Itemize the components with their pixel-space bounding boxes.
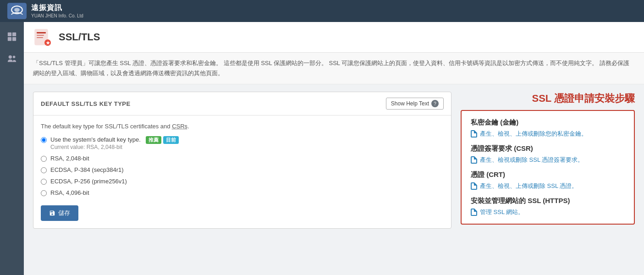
radio-rsa4096-label[interactable]: RSA, 4,096-bit [50,189,89,196]
key-type-body: The default key type for SSL/TLS certifi… [33,116,451,228]
step-section-csr: 憑證簽署要求 (CSR) 產生、檢視或刪除 SSL 憑證簽署要求。 [471,144,625,164]
save-icon [49,210,55,216]
svg-point-7 [9,55,12,59]
csr-link: CSRs [172,123,187,130]
svg-text:★: ★ [46,40,50,45]
svg-rect-11 [37,35,44,36]
page-title: SSL/TLS [59,31,100,43]
svg-rect-6 [12,37,16,41]
radio-ecdsa256[interactable] [41,179,47,185]
page-icon: ★ [33,28,52,47]
step-section-title-2: 憑證簽署要求 (CSR) [471,144,625,153]
radio-item-rsa2048: RSA, 2,048-bit [41,155,444,162]
radio-ecdsa256-label[interactable]: ECDSA, P-256 (prime256v1) [50,178,127,185]
svg-rect-3 [8,33,11,36]
key-type-header: DEFAULT SSL/TLS KEY TYPE Show Help Text … [33,92,451,116]
sidebar [0,22,24,275]
radio-default-label[interactable]: Use the system's default key type. 推薦 目前… [50,136,179,150]
content-area: ★ SSL/TLS 「SSL/TLS 管理員」可讓您產生 SSL 憑證、憑證簽署… [24,22,644,275]
doc-icon-2 [471,156,477,164]
logo-text: 遠振資訊 YUAN JHEN Info. Co. Ltd [31,3,83,19]
steps-box: 私密金鑰 (金鑰) 產生、檢視、上傳或刪除您的私密金鑰。 憑證簽署要求 (CSR… [461,110,635,225]
svg-rect-12 [37,37,43,38]
step-section-title-3: 憑證 (CRT) [471,170,625,179]
key-type-description: The default key type for SSL/TLS certifi… [41,123,444,130]
doc-icon-4 [471,209,477,216]
grid-icon [7,32,17,42]
show-help-button[interactable]: Show Help Text ? [386,98,444,110]
step-section-private-key: 私密金鑰 (金鑰) 產生、檢視、上傳或刪除您的私密金鑰。 [471,118,625,138]
steps-title: SSL 憑證申請安裝步驟 [461,92,635,105]
key-type-section-title: DEFAULT SSL/TLS KEY TYPE [41,100,131,107]
users-icon [7,54,17,64]
logo-icon [7,3,27,19]
help-circle-icon: ? [431,100,439,107]
doc-icon-1 [471,130,477,138]
step-link-1[interactable]: 產生、檢視、上傳或刪除您的私密金鑰。 [471,130,625,138]
doc-icon-3 [471,182,477,190]
radio-item-default: Use the system's default key type. 推薦 目前… [41,136,444,150]
svg-rect-4 [12,33,16,36]
radio-rsa4096[interactable] [41,190,47,196]
badge-recommended: 推薦 [146,136,161,144]
key-type-box: DEFAULT SSL/TLS KEY TYPE Show Help Text … [33,92,451,229]
radio-ecdsa384[interactable] [41,167,47,173]
svg-point-8 [13,56,16,59]
badge-current: 目前 [163,136,179,144]
svg-point-2 [14,8,20,11]
radio-rsa2048-label[interactable]: RSA, 2,048-bit [50,155,89,162]
radio-item-ecdsa256: ECDSA, P-256 (prime256v1) [41,178,444,185]
step-section-https: 安裝並管理網站的 SSL (HTTPS) 管理 SSL 網站。 [471,197,625,216]
radio-ecdsa384-label[interactable]: ECDSA, P-384 (secp384r1) [50,166,124,173]
svg-rect-5 [8,37,11,41]
right-panel: SSL 憑證申請安裝步驟 私密金鑰 (金鑰) 產生、檢視、上傳或刪除您的私密金鑰… [461,92,635,225]
sidebar-item-users[interactable] [3,50,21,68]
step-link-3[interactable]: 產生、檢視、上傳或刪除 SSL 憑證。 [471,182,625,190]
badge-group: 推薦 目前 [146,136,179,144]
page-description: 「SSL/TLS 管理員」可讓您產生 SSL 憑證、憑證簽署要求和私密金鑰。 這… [24,53,644,84]
radio-group: Use the system's default key type. 推薦 目前… [41,136,444,196]
save-button[interactable]: 儲存 [41,205,78,221]
radio-item-rsa4096: RSA, 4,096-bit [41,189,444,196]
radio-default[interactable] [41,137,47,143]
step-link-4[interactable]: 管理 SSL 網站。 [471,208,625,216]
svg-rect-10 [37,32,46,33]
sidebar-item-grid[interactable] [3,28,21,46]
page-header: ★ SSL/TLS [24,22,644,53]
step-section-crt: 憑證 (CRT) 產生、檢視、上傳或刪除 SSL 憑證。 [471,170,625,190]
radio-item-ecdsa384: ECDSA, P-384 (secp384r1) [41,166,444,173]
main-grid: DEFAULT SSL/TLS KEY TYPE Show Help Text … [24,84,644,236]
step-section-title-1: 私密金鑰 (金鑰) [471,118,625,127]
main-layout: ★ SSL/TLS 「SSL/TLS 管理員」可讓您產生 SSL 憑證、憑證簽署… [0,22,644,275]
logo: 遠振資訊 YUAN JHEN Info. Co. Ltd [7,3,83,19]
step-section-title-4: 安裝並管理網站的 SSL (HTTPS) [471,197,625,205]
topbar: 遠振資訊 YUAN JHEN Info. Co. Ltd [0,0,644,22]
radio-rsa2048[interactable] [41,156,47,162]
step-link-2[interactable]: 產生、檢視或刪除 SSL 憑證簽署要求。 [471,156,625,164]
left-panel: DEFAULT SSL/TLS KEY TYPE Show Help Text … [33,92,451,229]
ssl-icon: ★ [33,28,52,47]
